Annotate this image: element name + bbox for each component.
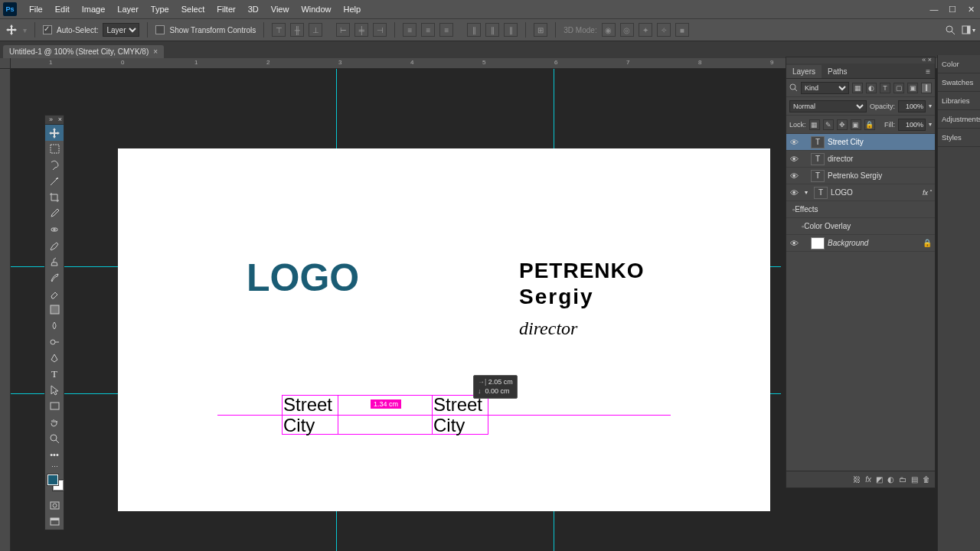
filter-smart-icon[interactable]: ▣ — [907, 83, 918, 93]
layer-row[interactable]: 👁 T director — [786, 151, 935, 168]
fx-expand-icon[interactable]: ˄ — [929, 189, 933, 196]
document-tab[interactable]: Untitled-1 @ 100% (Street City, CMYK/8) … — [3, 45, 164, 58]
menu-type[interactable]: Type — [145, 0, 175, 18]
visibility-toggle[interactable]: 👁 — [786, 171, 802, 181]
menu-help[interactable]: Help — [338, 0, 368, 18]
gradient-tool[interactable] — [45, 302, 64, 318]
align-vcenter-icon[interactable]: ╫ — [290, 23, 304, 37]
menu-file[interactable]: File — [23, 0, 49, 18]
move-tool[interactable] — [45, 125, 64, 141]
blend-mode-dropdown[interactable]: Normal — [789, 100, 867, 112]
canvas-stage[interactable]: LOGO PETRENKO Sergiy director Street Cit… — [11, 69, 781, 551]
hand-tool[interactable] — [45, 414, 64, 430]
visibility-toggle[interactable]: 👁 — [786, 138, 802, 147]
rectangle-tool[interactable] — [45, 398, 64, 414]
layer-name[interactable]: Petrenko Sergiy — [828, 171, 935, 180]
lock-pixels-icon[interactable]: ✎ — [823, 119, 834, 130]
styles-panel-tab[interactable]: Styles — [938, 129, 980, 147]
panel-menu-icon[interactable]: ≡ — [921, 65, 935, 78]
opacity-input[interactable] — [898, 100, 926, 112]
close-button[interactable]: ✕ — [962, 0, 980, 18]
document-close-icon[interactable]: × — [153, 47, 158, 56]
filter-type-icon[interactable]: T — [880, 83, 890, 93]
layer-name[interactable]: Street City — [828, 138, 935, 146]
ruler-vertical[interactable] — [0, 69, 11, 551]
color-panel-tab[interactable]: Color — [938, 55, 980, 73]
menu-view[interactable]: View — [265, 0, 296, 18]
maximize-button[interactable]: ☐ — [943, 0, 962, 18]
magic-wand-tool[interactable] — [45, 173, 64, 189]
auto-select-dropdown[interactable]: Layer — [103, 23, 139, 37]
auto-select-checkbox[interactable] — [43, 25, 52, 34]
tools-panel-header[interactable]: »× — [45, 116, 64, 125]
filter-adjust-icon[interactable]: ◐ — [866, 83, 877, 93]
eyedropper-tool[interactable] — [45, 205, 64, 221]
menu-layer[interactable]: Layer — [111, 0, 145, 18]
layer-name[interactable]: director — [828, 155, 935, 163]
menu-image[interactable]: Image — [76, 0, 112, 18]
clone-stamp-tool[interactable] — [45, 253, 64, 269]
group-icon[interactable]: 🗀 — [899, 475, 906, 484]
layer-row[interactable]: 👁 ▾ T LOGO fx ˄ — [786, 184, 935, 201]
distribute-hcenter-icon[interactable]: ∥ — [485, 23, 499, 37]
filter-shape-icon[interactable]: ▢ — [893, 83, 904, 93]
filter-toggle[interactable]: ⏽ — [921, 83, 932, 93]
distribute-right-icon[interactable]: ∥ — [504, 23, 518, 37]
workspace-switcher-icon[interactable]: ▾ — [962, 24, 975, 35]
layer-row[interactable]: 👁 T Petrenko Sergiy — [786, 168, 935, 184]
link-layers-icon[interactable]: ⛓ — [853, 475, 861, 484]
fx-badge[interactable]: fx — [923, 189, 928, 197]
dodge-tool[interactable] — [45, 334, 64, 350]
auto-align-icon[interactable]: ⊞ — [534, 23, 547, 37]
lasso-tool[interactable] — [45, 157, 64, 173]
type-tool[interactable]: T — [45, 366, 64, 382]
pen-tool[interactable] — [45, 350, 64, 366]
blur-tool[interactable] — [45, 318, 64, 334]
layer-mask-icon[interactable]: ◩ — [876, 475, 883, 484]
adjustment-layer-icon[interactable]: ◐ — [887, 475, 894, 484]
visibility-toggle[interactable]: 👁 — [786, 239, 802, 248]
visibility-toggle[interactable]: 👁 — [786, 155, 802, 164]
quick-mask-toggle[interactable] — [45, 497, 64, 514]
more-tools[interactable]: ••• — [45, 446, 64, 462]
new-layer-icon[interactable]: ▤ — [911, 475, 918, 484]
align-left-icon[interactable]: ⊢ — [336, 23, 350, 37]
menu-edit[interactable]: Edit — [49, 0, 76, 18]
delete-layer-icon[interactable]: 🗑 — [923, 475, 930, 484]
layer-effect-row[interactable]: 👁 ◦ Effects — [786, 201, 935, 218]
history-brush-tool[interactable] — [45, 269, 64, 285]
crop-tool[interactable] — [45, 189, 64, 205]
align-right-icon[interactable]: ⊣ — [373, 23, 387, 37]
align-bottom-icon[interactable]: ⊥ — [309, 23, 322, 37]
layer-name[interactable]: Background — [828, 239, 923, 247]
filter-pixel-icon[interactable]: ▦ — [852, 83, 863, 93]
align-top-icon[interactable]: ⊤ — [272, 23, 286, 37]
path-selection-tool[interactable] — [45, 382, 64, 398]
show-transform-checkbox[interactable] — [155, 25, 165, 34]
foreground-color[interactable] — [47, 474, 58, 485]
color-swatches[interactable] — [46, 473, 63, 496]
paths-tab[interactable]: Paths — [822, 65, 854, 78]
edit-toolbar[interactable]: ⋯ — [45, 462, 64, 471]
zoom-tool[interactable] — [45, 430, 64, 446]
effects-toggle[interactable]: ▾ — [802, 189, 811, 196]
menu-filter[interactable]: Filter — [211, 0, 241, 18]
eraser-tool[interactable] — [45, 285, 64, 302]
distribute-bottom-icon[interactable]: ≡ — [439, 23, 453, 37]
layer-style-icon[interactable]: fx — [865, 475, 871, 484]
distribute-vcenter-icon[interactable]: ≡ — [421, 23, 435, 37]
search-icon[interactable] — [945, 24, 956, 35]
tools-panel[interactable]: »× T ••• ⋯ — [44, 115, 64, 530]
align-hcenter-icon[interactable]: ╪ — [354, 23, 368, 37]
lock-transparency-icon[interactable]: ▦ — [809, 119, 820, 130]
filter-kind-dropdown[interactable]: Kind — [801, 82, 849, 94]
visibility-toggle[interactable]: 👁 — [786, 188, 802, 197]
layer-row[interactable]: 👁 T Street City — [786, 134, 935, 151]
layer-row[interactable]: 👁 Background 🔒 — [786, 235, 935, 252]
healing-brush-tool[interactable] — [45, 221, 64, 237]
menu-select[interactable]: Select — [175, 0, 211, 18]
swatches-panel-tab[interactable]: Swatches — [938, 73, 980, 92]
adjustments-panel-tab[interactable]: Adjustments — [938, 110, 980, 129]
layer-name[interactable]: LOGO — [831, 188, 923, 197]
fill-input[interactable] — [898, 119, 926, 131]
